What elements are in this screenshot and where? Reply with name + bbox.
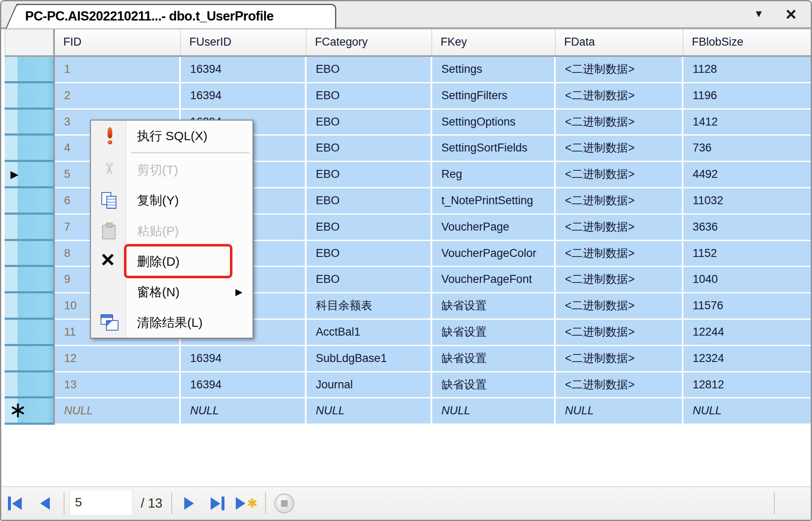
grid-cell[interactable]: <二进制数据>: [556, 136, 683, 162]
tab-result-grid[interactable]: PC-PC.AIS202210211...- dbo.t_UserProfile: [16, 4, 336, 28]
grid-cell[interactable]: NULL: [307, 398, 432, 425]
menu-item[interactable]: 删除(D): [91, 246, 253, 277]
grid-cell[interactable]: 11576: [683, 293, 811, 320]
grid-cell[interactable]: <二进制数据>: [556, 162, 683, 188]
grid-cell[interactable]: EBO: [307, 267, 432, 293]
new-record-button[interactable]: ✱: [236, 497, 258, 510]
menu-item[interactable]: 粘贴(P): [91, 216, 253, 246]
grid-cell[interactable]: 3636: [683, 215, 811, 241]
cancel-query-button[interactable]: [274, 493, 294, 513]
grid-cell[interactable]: Settings: [432, 57, 556, 83]
grid-cell[interactable]: NULL: [181, 398, 307, 425]
column-header-fid[interactable]: FID: [55, 29, 181, 55]
grid-cell[interactable]: 科目余额表: [307, 293, 432, 320]
grid-cell[interactable]: 缺省设置: [432, 346, 556, 372]
grid-cell[interactable]: 4492: [683, 162, 811, 188]
row-header[interactable]: [5, 110, 55, 136]
grid-cell[interactable]: Reg: [432, 162, 556, 188]
grid-cell[interactable]: <二进制数据>: [556, 83, 683, 110]
grid-cell[interactable]: Journal: [307, 372, 432, 399]
column-header-fblobsize[interactable]: FBlobSize: [683, 29, 811, 55]
last-record-button[interactable]: [211, 497, 224, 511]
close-icon[interactable]: ×: [786, 2, 797, 26]
grid-cell[interactable]: <二进制数据>: [556, 320, 683, 346]
grid-cell[interactable]: SettingSortFields: [432, 136, 556, 162]
grid-cell[interactable]: 12244: [683, 320, 811, 346]
grid-cell[interactable]: 1128: [683, 57, 811, 83]
grid-cell[interactable]: 16394: [181, 83, 307, 110]
grid-cell[interactable]: NULL: [556, 398, 683, 425]
grid-cell[interactable]: 1040: [683, 267, 811, 293]
column-header-fcategory[interactable]: FCategory: [307, 29, 432, 55]
grid-cell[interactable]: NULL: [55, 398, 181, 425]
grid-cell[interactable]: <二进制数据>: [556, 215, 683, 241]
table-row[interactable]: ∗NULLNULLNULLNULLNULLNULL: [5, 398, 811, 425]
row-header[interactable]: [5, 241, 55, 267]
grid-cell[interactable]: <二进制数据>: [556, 372, 683, 399]
next-record-button[interactable]: [184, 497, 194, 510]
grid-cell[interactable]: 12812: [683, 372, 811, 399]
grid-cell[interactable]: <二进制数据>: [556, 57, 683, 83]
grid-cell[interactable]: EBO: [307, 83, 432, 110]
row-header[interactable]: [5, 215, 55, 241]
grid-cell[interactable]: VoucherPage: [432, 215, 556, 241]
current-record-input[interactable]: [70, 489, 132, 515]
grid-cell[interactable]: 1412: [683, 110, 811, 136]
grid-cell[interactable]: 13: [55, 372, 181, 399]
row-header[interactable]: [5, 320, 55, 346]
previous-record-button[interactable]: [40, 497, 50, 510]
grid-cell[interactable]: t_NotePrintSetting: [432, 188, 556, 215]
grid-cell[interactable]: 16394: [181, 372, 307, 399]
table-row[interactable]: 216394EBOSettingFilters<二进制数据>1196: [5, 83, 811, 110]
grid-cell[interactable]: EBO: [307, 215, 432, 241]
grid-cell[interactable]: VoucherPageFont: [432, 267, 556, 293]
grid-cell[interactable]: EBO: [307, 241, 432, 267]
menu-item[interactable]: 执行 SQL(X): [91, 121, 253, 151]
grid-cell[interactable]: VoucherPageColor: [432, 241, 556, 267]
row-header[interactable]: [5, 188, 55, 215]
grid-cell[interactable]: 1196: [683, 83, 811, 110]
row-header[interactable]: [5, 136, 55, 162]
grid-cell[interactable]: 1: [55, 57, 181, 83]
grid-cell[interactable]: <二进制数据>: [556, 110, 683, 136]
grid-cell[interactable]: 缺省设置: [432, 320, 556, 346]
row-header[interactable]: [5, 57, 55, 83]
grid-cell[interactable]: EBO: [307, 110, 432, 136]
row-header[interactable]: [5, 372, 55, 399]
grid-cell[interactable]: AcctBal1: [307, 320, 432, 346]
menu-item[interactable]: 清除结果(L): [91, 307, 253, 338]
grid-cell[interactable]: 缺省设置: [432, 293, 556, 320]
grid-cell[interactable]: <二进制数据>: [556, 267, 683, 293]
grid-cell[interactable]: 2: [55, 83, 181, 110]
table-row[interactable]: 1216394SubLdgBase1缺省设置<二进制数据>12324: [5, 346, 811, 372]
grid-cell[interactable]: 16394: [181, 346, 307, 372]
column-header-fuserid[interactable]: FUserID: [181, 29, 307, 55]
first-record-button[interactable]: [8, 497, 22, 511]
grid-cell[interactable]: <二进制数据>: [556, 241, 683, 267]
dropdown-arrow-icon[interactable]: ▼: [754, 8, 764, 20]
table-row[interactable]: 116394EBOSettings<二进制数据>1128: [5, 57, 811, 83]
grid-cell[interactable]: 11032: [683, 188, 811, 215]
column-header-fkey[interactable]: FKey: [432, 29, 556, 55]
grid-cell[interactable]: <二进制数据>: [556, 188, 683, 215]
row-header[interactable]: [5, 346, 55, 372]
menu-item[interactable]: 复制(Y): [91, 185, 253, 216]
grid-cell[interactable]: SubLdgBase1: [307, 346, 432, 372]
row-header[interactable]: [5, 83, 55, 110]
grid-cell[interactable]: 12: [55, 346, 181, 372]
grid-cell[interactable]: 1152: [683, 241, 811, 267]
column-header-fdata[interactable]: FData: [556, 29, 683, 55]
table-row[interactable]: 1316394Journal缺省设置<二进制数据>12812: [5, 372, 811, 399]
grid-cell[interactable]: 16394: [181, 57, 307, 83]
grid-cell[interactable]: EBO: [307, 188, 432, 215]
grid-cell[interactable]: 12324: [683, 346, 811, 372]
row-header[interactable]: ∗: [5, 398, 55, 425]
row-header[interactable]: ▶: [5, 162, 55, 188]
grid-cell[interactable]: EBO: [307, 162, 432, 188]
menu-item[interactable]: 窗格(N)▶: [91, 277, 253, 307]
grid-cell[interactable]: <二进制数据>: [556, 293, 683, 320]
grid-cell[interactable]: 736: [683, 136, 811, 162]
grid-cell[interactable]: SettingFilters: [432, 83, 556, 110]
grid-cell[interactable]: SettingOptions: [432, 110, 556, 136]
menu-item[interactable]: 剪切(T): [91, 154, 253, 185]
